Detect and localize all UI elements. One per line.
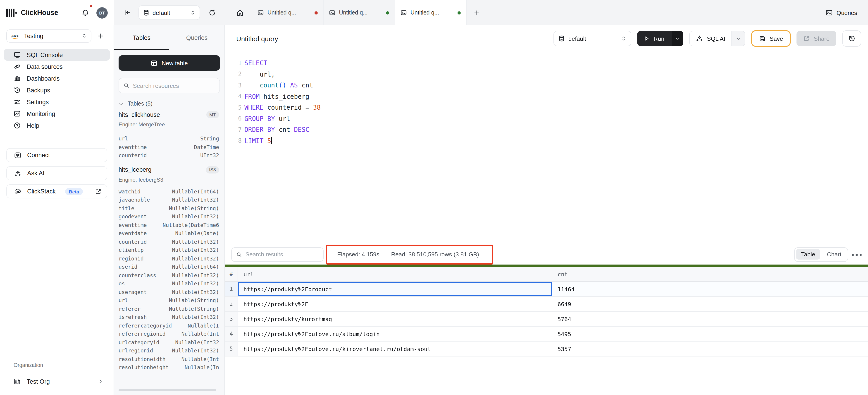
database-selector[interactable]: default — [138, 5, 200, 20]
results-search[interactable] — [231, 247, 323, 262]
column-row[interactable]: clientip Nullable(Int32) — [114, 246, 224, 254]
clickstack-button[interactable]: ClickStack Beta — [6, 185, 107, 198]
header-cnt[interactable]: cnt — [552, 267, 868, 281]
new-table-button[interactable]: New table — [119, 55, 220, 70]
column-row[interactable]: refererregionid Nullable(Int — [114, 330, 224, 338]
header-num[interactable]: # — [225, 267, 238, 281]
column-row[interactable]: isrefresh Nullable(Int32) — [114, 313, 224, 321]
column-row[interactable]: url String — [114, 135, 224, 143]
query-history-button[interactable] — [842, 30, 861, 47]
column-row[interactable]: urlregionid Nullable(Int32) — [114, 346, 224, 355]
resources-search-input[interactable] — [133, 82, 215, 89]
column-row[interactable]: referer Nullable(String) — [114, 305, 224, 313]
service-selector[interactable]: aws Testing — [6, 29, 91, 43]
column-row[interactable]: goodevent Nullable(Int32) — [114, 213, 224, 221]
sidebar-item-backups[interactable]: Backups — [4, 84, 110, 96]
column-row[interactable]: eventdate Nullable(Date) — [114, 229, 224, 237]
organization-selector[interactable]: Test Org — [0, 375, 114, 388]
column-name: url — [119, 136, 128, 142]
connect-button[interactable]: Connect — [6, 148, 107, 162]
column-row[interactable]: resolutionwidth Nullable(Int — [114, 355, 224, 363]
code-line[interactable]: 7ORDER BY cnt DESC — [225, 124, 868, 135]
column-row[interactable]: counterid Nullable(Int32) — [114, 237, 224, 246]
column-row[interactable]: counterid UInt32 — [114, 151, 224, 160]
column-row[interactable]: eventtime Nullable(DateTime6 — [114, 221, 224, 229]
code-line[interactable]: 6GROUP BY url — [225, 113, 868, 124]
table-item-hits-iceberg[interactable]: hits_iceberg IS3 — [114, 164, 224, 175]
column-name: eventtime — [119, 144, 147, 150]
row-url[interactable]: https://produkty%2Fproduct — [238, 282, 552, 296]
table-item-hits-clickhouse[interactable]: hits_clickhouse MT — [114, 109, 224, 120]
code-line[interactable]: 2 url, — [225, 68, 868, 80]
new-tab-button[interactable] — [467, 0, 487, 25]
toggle-table[interactable]: Table — [796, 249, 820, 259]
column-row[interactable]: resolutionheight Nullable(In — [114, 363, 224, 372]
table-row[interactable]: 2 https://produkty%2F 6649 — [225, 297, 868, 312]
tab-tables[interactable]: Tables — [114, 25, 169, 50]
sidebar-item-label: SQL Console — [27, 51, 63, 58]
home-button[interactable] — [228, 0, 252, 25]
ask-ai-button[interactable]: Ask AI — [6, 166, 107, 180]
collapse-sidebar-button[interactable] — [120, 6, 134, 20]
tab-untitled-query-1[interactable]: Untitled q... — [252, 0, 323, 25]
results-search-input[interactable] — [246, 251, 319, 258]
avatar[interactable]: DT — [96, 7, 108, 18]
table-row[interactable]: 4 https://produkty%2Fpulove.ru/album/log… — [225, 327, 868, 342]
sql-editor[interactable]: 1SELECT2 url,3 count() AS cnt4FROM hits_… — [225, 52, 868, 244]
toggle-chart[interactable]: Chart — [822, 249, 846, 259]
sidebar-item-dashboards[interactable]: Dashboards — [4, 73, 110, 84]
tables-group-header[interactable]: Tables (5) — [114, 99, 224, 109]
notifications-button[interactable] — [78, 6, 92, 20]
row-url[interactable]: https://produkty%2F — [238, 297, 552, 311]
column-row[interactable]: counterclass Nullable(Int32) — [114, 271, 224, 280]
query-title[interactable]: Untitled query — [236, 35, 278, 43]
sql-ai-options-button[interactable] — [731, 31, 745, 46]
tab-untitled-query-2[interactable]: Untitled q... — [323, 0, 395, 25]
sql-ai-main[interactable]: SQL AI — [690, 31, 731, 46]
row-url[interactable]: https://produkty/kurortmag — [238, 312, 552, 326]
column-row[interactable]: regionid Nullable(Int32) — [114, 254, 224, 263]
code-line[interactable]: 8LIMIT 5 — [225, 135, 868, 146]
column-row[interactable]: url Nullable(String) — [114, 296, 224, 305]
table-row[interactable]: 3 https://produkty/kurortmag 5764 — [225, 312, 868, 327]
code-line[interactable]: 1SELECT — [225, 58, 868, 68]
results-more-button[interactable]: ●●● — [848, 252, 866, 257]
save-button[interactable]: Save — [751, 30, 790, 47]
sidebar-item-monitoring[interactable]: Monitoring — [4, 108, 110, 120]
sql-console-icon — [13, 51, 21, 58]
run-button[interactable]: Run — [637, 31, 683, 46]
run-options-button[interactable] — [672, 31, 683, 46]
share-button-disabled[interactable]: Share — [797, 31, 836, 46]
sql-ai-button[interactable]: SQL AI — [689, 31, 745, 46]
editor-database-selector[interactable]: default — [554, 31, 631, 46]
column-row[interactable]: referercategoryid Nullable(I — [114, 321, 224, 330]
sidebar-item-help[interactable]: Help — [4, 120, 110, 131]
column-row[interactable]: watchid Nullable(Int64) — [114, 187, 224, 196]
resources-search[interactable] — [119, 78, 220, 93]
column-row[interactable]: useragent Nullable(Int32) — [114, 288, 224, 296]
column-row[interactable]: title Nullable(String) — [114, 204, 224, 213]
column-row[interactable]: javaenable Nullable(Int32) — [114, 196, 224, 204]
column-row[interactable]: os Nullable(Int32) — [114, 280, 224, 288]
header-url[interactable]: url — [238, 267, 552, 281]
sidebar-item-sql-console[interactable]: SQL Console — [4, 49, 110, 61]
code-line[interactable]: 3 count() AS cnt — [225, 80, 868, 91]
code-line[interactable]: 4FROM hits_iceberg — [225, 91, 868, 102]
code-line[interactable]: 5WHERE counterid = 38 — [225, 102, 868, 113]
column-row[interactable]: eventtime DateTime — [114, 143, 224, 151]
run-button-main[interactable]: Run — [637, 31, 672, 46]
column-row[interactable]: userid Nullable(Int64) — [114, 263, 224, 271]
row-url[interactable]: https://produkty%2Fpulove.ru/album/login — [238, 327, 552, 341]
tab-queries[interactable]: Queries — [169, 25, 224, 50]
row-url[interactable]: https://produkty%2Fpulove.ru/kiroverlane… — [238, 342, 552, 356]
refresh-button[interactable] — [206, 6, 219, 20]
queries-button[interactable]: Queries — [826, 0, 857, 25]
sidebar-item-settings[interactable]: Settings — [4, 96, 110, 108]
add-service-button[interactable] — [94, 29, 107, 43]
column-row[interactable]: urlcategoryid Nullable(Int32 — [114, 338, 224, 346]
table-row[interactable]: 5 https://produkty%2Fpulove.ru/kiroverla… — [225, 342, 868, 357]
sidebar-item-data-sources[interactable]: Data sources — [4, 61, 110, 73]
table-row[interactable]: 1 https://produkty%2Fproduct 11464 — [225, 282, 868, 297]
horizontal-scrollbar[interactable] — [119, 389, 216, 391]
tab-untitled-query-3-active[interactable]: Untitled q... — [395, 0, 467, 25]
